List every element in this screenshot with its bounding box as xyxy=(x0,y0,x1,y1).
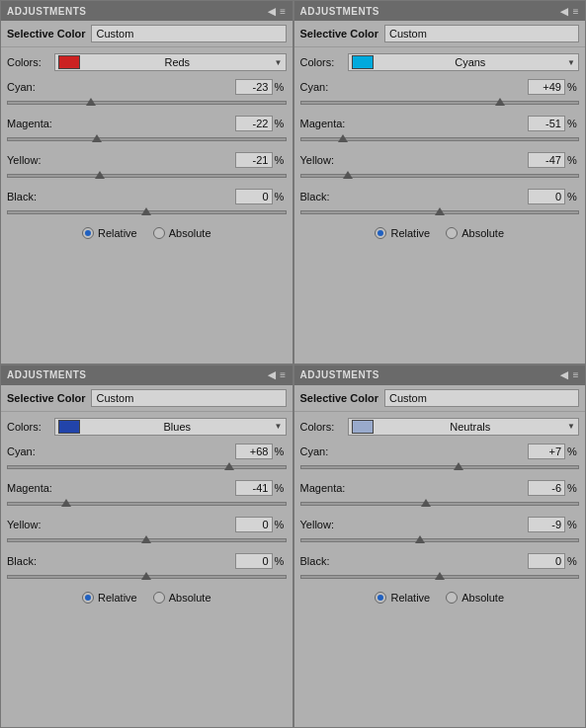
preset-dropdown-wrapper[interactable]: Custom xyxy=(384,389,579,407)
radio-absolute-circle[interactable] xyxy=(446,592,458,604)
slider-value-input[interactable] xyxy=(528,444,565,459)
slider-value-input[interactable] xyxy=(528,189,565,204)
slider-thumb[interactable] xyxy=(454,462,463,470)
slider-value-input[interactable] xyxy=(528,553,565,569)
preset-select[interactable]: Custom xyxy=(91,25,286,42)
slider-value-input[interactable] xyxy=(235,517,273,532)
preset-dropdown-wrapper[interactable]: Custom xyxy=(91,389,286,407)
slider-value-input[interactable] xyxy=(235,152,273,168)
slider-percent-label: % xyxy=(567,154,579,166)
slider-thumb[interactable] xyxy=(495,98,505,106)
color-select-button[interactable]: Reds▼ xyxy=(54,53,287,71)
collapse-icon[interactable]: ◀ xyxy=(560,6,569,17)
radio-relative-circle[interactable] xyxy=(375,592,386,604)
radio-absolute-label: Absolute xyxy=(169,592,211,604)
slider-thumb[interactable] xyxy=(415,535,425,543)
radio-absolute[interactable]: Absolute xyxy=(153,592,211,604)
slider-thumb[interactable] xyxy=(141,572,151,580)
slider-thumb[interactable] xyxy=(421,499,431,507)
slider-track-wrapper[interactable] xyxy=(300,460,580,474)
color-select-button[interactable]: Blues▼ xyxy=(54,418,287,436)
slider-track-wrapper[interactable] xyxy=(300,570,580,584)
radio-relative-circle[interactable] xyxy=(375,227,386,239)
radio-relative[interactable]: Relative xyxy=(82,227,137,239)
slider-track-wrapper[interactable] xyxy=(300,533,580,547)
color-dropdown-wrapper[interactable]: Blues▼ xyxy=(54,418,287,436)
slider-track-wrapper[interactable] xyxy=(7,96,287,110)
slider-thumb[interactable] xyxy=(224,462,234,470)
slider-value-input[interactable] xyxy=(235,189,273,204)
slider-thumb[interactable] xyxy=(435,572,445,580)
slider-thumb[interactable] xyxy=(92,134,102,142)
slider-track-wrapper[interactable] xyxy=(300,497,580,511)
color-dropdown-wrapper[interactable]: Cyans▼ xyxy=(348,53,580,71)
radio-absolute-circle[interactable] xyxy=(153,592,165,604)
slider-value-input[interactable] xyxy=(528,152,565,168)
preset-select[interactable]: Custom xyxy=(91,389,286,407)
radio-absolute-circle[interactable] xyxy=(153,227,165,239)
menu-icon[interactable]: ≡ xyxy=(573,6,579,17)
radio-relative-label: Relative xyxy=(390,592,430,604)
radio-relative-circle[interactable] xyxy=(82,592,94,604)
slider-value-input[interactable] xyxy=(528,79,565,95)
slider-thumb[interactable] xyxy=(435,207,445,215)
slider-track-wrapper[interactable] xyxy=(300,132,580,146)
color-dropdown-wrapper[interactable]: Neutrals▼ xyxy=(348,418,580,436)
color-select-button[interactable]: Neutrals▼ xyxy=(348,418,580,436)
slider-thumb[interactable] xyxy=(141,207,151,215)
slider-track-wrapper[interactable] xyxy=(300,96,580,110)
menu-icon[interactable]: ≡ xyxy=(280,6,286,17)
slider-track xyxy=(7,465,287,469)
preset-select[interactable]: Custom xyxy=(384,25,579,42)
slider-track-wrapper[interactable] xyxy=(7,533,287,547)
radio-relative[interactable]: Relative xyxy=(82,592,137,604)
slider-track xyxy=(300,575,580,579)
slider-track-wrapper[interactable] xyxy=(7,460,287,474)
preset-dropdown-wrapper[interactable]: Custom xyxy=(91,25,286,42)
slider-value-input[interactable] xyxy=(235,553,273,569)
slider-value-input[interactable] xyxy=(235,444,273,459)
collapse-icon[interactable]: ◀ xyxy=(268,6,277,17)
radio-relative[interactable]: Relative xyxy=(375,227,430,239)
collapse-icon[interactable]: ◀ xyxy=(268,369,277,380)
slider-track-wrapper[interactable] xyxy=(7,497,287,511)
slider-value-input[interactable] xyxy=(235,480,273,496)
collapse-icon[interactable]: ◀ xyxy=(560,369,569,380)
slider-label-row: Magenta:% xyxy=(7,480,287,496)
panel-header-icons: ◀≡ xyxy=(268,6,287,17)
radio-absolute-circle[interactable] xyxy=(446,227,458,239)
radio-absolute[interactable]: Absolute xyxy=(446,592,504,604)
slider-track-wrapper[interactable] xyxy=(7,132,287,146)
slider-track-wrapper[interactable] xyxy=(7,570,287,584)
slider-row-3: Black:% xyxy=(300,189,580,219)
slider-track-wrapper[interactable] xyxy=(300,205,580,219)
slider-value-input[interactable] xyxy=(528,517,565,532)
slider-thumb[interactable] xyxy=(86,98,96,106)
slider-thumb[interactable] xyxy=(61,499,71,507)
preset-dropdown-wrapper[interactable]: Custom xyxy=(384,25,579,42)
slider-percent-label: % xyxy=(567,118,579,129)
slider-value-input[interactable] xyxy=(528,116,565,131)
color-select-button[interactable]: Cyans▼ xyxy=(348,53,580,71)
color-dropdown-wrapper[interactable]: Reds▼ xyxy=(54,53,287,71)
slider-value-input[interactable] xyxy=(528,480,565,496)
slider-thumb[interactable] xyxy=(338,134,348,142)
slider-label-row: Yellow:% xyxy=(7,152,287,168)
radio-absolute[interactable]: Absolute xyxy=(446,227,504,239)
radio-absolute[interactable]: Absolute xyxy=(153,227,211,239)
slider-percent-label: % xyxy=(275,191,287,202)
slider-value-input[interactable] xyxy=(235,116,273,131)
slider-thumb[interactable] xyxy=(95,171,105,179)
radio-relative[interactable]: Relative xyxy=(375,592,430,604)
menu-icon[interactable]: ≡ xyxy=(573,369,579,380)
radio-relative-circle[interactable] xyxy=(82,227,94,239)
panel-header: ADJUSTMENTS◀≡ xyxy=(1,365,293,385)
preset-select[interactable]: Custom xyxy=(384,389,579,407)
slider-value-input[interactable] xyxy=(235,79,273,95)
menu-icon[interactable]: ≡ xyxy=(280,369,286,380)
slider-track-wrapper[interactable] xyxy=(7,169,287,183)
slider-thumb[interactable] xyxy=(141,535,151,543)
slider-track-wrapper[interactable] xyxy=(300,169,580,183)
slider-track-wrapper[interactable] xyxy=(7,205,287,219)
slider-thumb[interactable] xyxy=(343,171,353,179)
